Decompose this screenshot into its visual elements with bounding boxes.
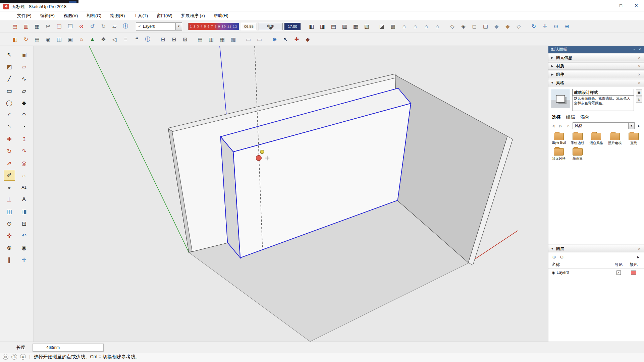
tool-follow-me[interactable]: ↷ [18,146,30,157]
sound-button[interactable]: ◁ [110,35,119,44]
print-button[interactable]: ▤ [32,35,42,44]
hide-rest-of-model-button[interactable]: ⌂ [399,21,409,31]
maximize-button[interactable]: □ [613,0,629,11]
menu-edit[interactable]: 编辑(E) [36,11,59,20]
tool-look-around[interactable]: ◉ [18,242,30,253]
section-plane-button[interactable]: ⊟ [158,35,168,44]
styles-collection-dropdown[interactable]: 风格 ▼ [573,122,635,129]
tool-two-point-arc[interactable]: ◠ [18,110,30,120]
tool-freehand[interactable]: ∿ [18,73,30,84]
expand-arrow-icon[interactable]: ▶ [550,64,554,68]
active-layer-radio[interactable]: ◉ [552,270,555,275]
shaded-textured-button[interactable]: ◆ [503,21,513,31]
section-materials[interactable]: ▶ 材质 ✕ [548,62,644,70]
shadow-time-slider[interactable]: 中午 [259,23,283,30]
new-button[interactable]: ▤ [10,21,20,31]
minimize-button[interactable]: – [598,0,613,11]
tool-polygon[interactable]: ◆ [18,98,30,108]
drawing-viewport[interactable] [34,46,548,342]
tool-zoom-extents[interactable]: ✜ [4,230,15,241]
section-cut-toggle-button[interactable]: ⊠ [180,35,190,44]
eraser-button[interactable]: ▱ [110,21,119,31]
section-close-icon[interactable]: ✕ [637,81,642,85]
layer-dropdown[interactable]: ✓ Layer0 ▼ [136,22,182,31]
zoom-extents-button[interactable]: ⊕ [562,21,572,31]
xray-mode-button[interactable]: ◇ [447,21,457,31]
tool-offset[interactable]: ◎ [18,158,30,169]
layer-visible-checkbox[interactable]: ✓ [616,270,621,275]
place-tree-button[interactable]: ▲ [88,35,97,44]
menu-draw[interactable]: 绘图(R) [106,11,129,20]
view-iso-button[interactable]: ◧ [307,21,316,31]
tool-push-pull[interactable]: ↥ [18,134,30,144]
view-right-button[interactable]: ▥ [340,21,350,31]
styles-tab-mix[interactable]: 混合 [580,114,589,120]
expand-arrow-icon[interactable]: ▶ [550,56,554,59]
shadow-time-end-field[interactable]: 17:00 [284,23,301,30]
chat-button[interactable]: ❝ [132,35,142,44]
model-refresh-button[interactable]: ↻ [21,35,31,44]
tool-pan[interactable]: ✛ [18,254,30,265]
large-tool-set-button[interactable]: ◧ [10,35,20,44]
collapse-arrow-icon[interactable]: ▼ [550,247,554,250]
tray-pin-icon[interactable]: ▫ [631,47,637,52]
tool-pie[interactable]: ◔ [18,122,30,132]
layers-details-arrow-icon[interactable]: ▸ [635,254,641,260]
shaded-button[interactable]: ◆ [492,21,501,31]
orbit-tool-button[interactable]: ↻ [529,21,539,31]
shadow-time-start-field[interactable]: 06:55 [241,23,257,30]
section-cuts-toggle-button[interactable]: ⌂ [432,21,442,31]
scene-button-4[interactable]: ▧ [228,35,238,44]
layer-row[interactable]: ◉ Layer0 ✓ [548,268,644,277]
collapse-arrow-icon[interactable]: ▼ [550,81,554,84]
export-image-button[interactable]: ◉ [43,35,53,44]
layout-button[interactable]: ▭ [244,35,253,44]
folder-style-builder[interactable]: Style Buil [550,133,568,145]
tool-three-point-arc[interactable]: ◝ [4,122,15,132]
section-close-icon[interactable]: ✕ [637,73,642,76]
menu-window[interactable]: 窗口(W) [152,11,177,20]
create-style-button[interactable]: ▣ [636,89,642,96]
paste-button[interactable]: ❐ [65,21,75,31]
entity-info-button[interactable]: ⓘ [121,21,130,31]
undo-button[interactable]: ↺ [88,21,97,31]
credits-status-icon[interactable]: ⓘ [11,354,17,360]
back-arrow-icon[interactable]: ◁ [550,123,556,129]
style-name-field[interactable]: 建筑设计样式 [572,89,634,96]
extension-warehouse-button[interactable]: ❖ [99,35,108,44]
scene-button-2[interactable]: ▥ [206,35,216,44]
style-settings-button[interactable]: ≡ [121,35,130,44]
section-close-icon[interactable]: ✕ [637,64,642,68]
tool-text[interactable]: A1 [18,182,30,193]
style-description-field[interactable]: 默认表面颜色。轮廓边线。浅蓝色天空和灰色背景颜色。 [572,96,634,111]
styles-tab-edit[interactable]: 编辑 [566,114,575,120]
measurement-value-field[interactable]: 463mm [33,344,104,352]
view-top-button[interactable]: ◨ [318,21,327,31]
tool-paint-bucket[interactable]: ◩ [4,61,15,72]
tool-3d-text[interactable]: A [18,194,30,205]
view-back-button[interactable]: ▦ [351,21,361,31]
tool-zoom[interactable]: ⊙ [4,218,15,229]
chevron-down-icon[interactable]: ▼ [628,123,634,129]
delete-button[interactable]: ⊘ [76,21,86,31]
tray-close-icon[interactable]: ✕ [637,47,643,52]
tool-axes[interactable]: ⊥ [4,194,15,205]
cut-button[interactable]: ✂ [43,21,53,31]
section-layers-header[interactable]: ▼ 图层 ✕ [548,245,644,252]
pan-tool-button[interactable]: ✛ [540,21,550,31]
section-styles-header[interactable]: ▼ 风格 ✕ [548,79,644,86]
menu-extensions[interactable]: 扩展程序 (x) [177,11,209,20]
update-style-button[interactable]: ↻ [636,97,642,103]
hidden-line-button[interactable]: ▢ [481,21,490,31]
tool-rectangle[interactable]: ▭ [4,85,15,96]
chevron-down-icon[interactable]: ▼ [175,23,182,30]
tool-walk[interactable]: ∥ [4,254,15,265]
section-planes-toggle-button[interactable]: ⌂ [421,21,431,31]
section-entity-info[interactable]: ▶ 图元信息 ✕ [548,54,644,61]
pages-button[interactable]: ▭ [255,35,264,44]
menu-help[interactable]: 帮助(H) [209,11,233,20]
hide-similar-components-button[interactable]: ⌂ [410,21,420,31]
menu-file[interactable]: 文件(F) [13,11,36,20]
tool-make-component[interactable]: ▣ [18,49,30,60]
select-arrow-button[interactable]: ↖ [281,35,290,44]
